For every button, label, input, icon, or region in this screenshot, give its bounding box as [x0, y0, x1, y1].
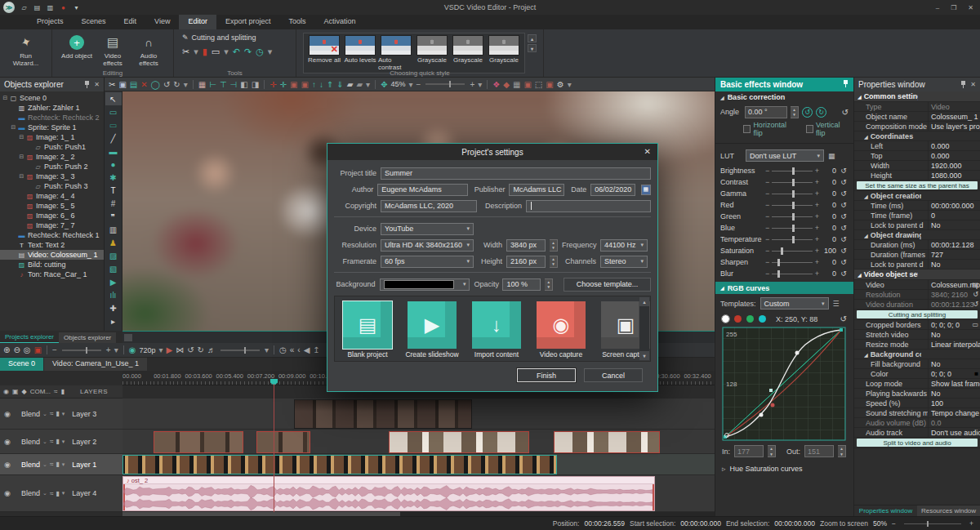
- distribute-h-icon[interactable]: ◧: [240, 80, 247, 89]
- tree-item[interactable]: ▨Image: 7_ 7: [0, 220, 104, 230]
- gear-caret-icon[interactable]: ▾: [568, 80, 572, 89]
- property-row[interactable]: Video object settings: [854, 269, 980, 280]
- slider-plus-icon[interactable]: +: [815, 247, 819, 255]
- layer-visibility-icon[interactable]: ◉: [2, 410, 12, 418]
- layer-visibility-icon[interactable]: ◉: [2, 489, 12, 497]
- distribute-v-icon[interactable]: ◨: [252, 80, 259, 89]
- property-row[interactable]: Time (ms) 00:00:00.000: [854, 201, 980, 211]
- blend-mode-select[interactable]: Blend: [21, 489, 40, 497]
- audio-column-icon[interactable]: ≈: [54, 388, 57, 395]
- property-row[interactable]: Width 1920.000: [854, 161, 980, 171]
- slider-minus-icon[interactable]: −: [765, 258, 769, 266]
- counter-tool-icon[interactable]: #: [105, 197, 122, 210]
- property-row[interactable]: Coordinates: [854, 131, 980, 141]
- image-object-icon[interactable]: ▨: [105, 249, 122, 262]
- slider-minus-icon[interactable]: −: [765, 178, 769, 186]
- slider-track[interactable]: [772, 274, 812, 274]
- tree-item-video-colosseum[interactable]: ▤Video: Colosseum_ 1: [0, 250, 104, 260]
- preview-quality-label[interactable]: 720p: [139, 346, 155, 354]
- delete-fragment-icon[interactable]: ▮: [203, 47, 207, 57]
- property-row[interactable]: Duration (frames 727: [854, 250, 980, 260]
- blue-channel-dot[interactable]: [759, 315, 766, 323]
- record-icon[interactable]: ▣: [34, 345, 42, 354]
- volume-icon[interactable]: ♬: [207, 345, 216, 354]
- run-wizard-button[interactable]: ✦ Run Wizard...: [7, 32, 45, 67]
- open-project-icon[interactable]: ▤: [32, 4, 42, 11]
- property-row[interactable]: Time (frame) 0: [854, 211, 980, 220]
- property-row[interactable]: Lock to parent d No: [854, 260, 980, 269]
- template-import-content[interactable]: ↓ Import content: [467, 301, 526, 359]
- angle-spinner[interactable]: [791, 106, 799, 118]
- slider-track[interactable]: [772, 251, 812, 252]
- property-row[interactable]: Object name Colosseum_ 1: [854, 112, 980, 122]
- property-row[interactable]: Lock to parent d No: [854, 220, 980, 230]
- close-panel-icon[interactable]: ✕: [970, 81, 976, 88]
- timeline-zoom-out-icon[interactable]: ⊖: [13, 345, 20, 354]
- layer-caret-icon[interactable]: ▾: [366, 80, 370, 89]
- timeline-tracks[interactable]: ♪ ost_ 2: [122, 399, 715, 512]
- timeline-control-icon[interactable]: [47, 345, 47, 354]
- crop-icon[interactable]: ▭: [212, 47, 220, 57]
- tree-item[interactable]: ▱Push: Push 2: [0, 162, 104, 171]
- crop-caret-icon[interactable]: ▾: [224, 47, 229, 57]
- menu-tab[interactable]: View: [145, 15, 179, 29]
- slideshow-object-icon[interactable]: ▧: [105, 262, 122, 275]
- slider-plus-icon[interactable]: +: [815, 167, 819, 175]
- slider-track[interactable]: [772, 262, 812, 263]
- property-row[interactable]: Loop mode Show last frame at the: [854, 379, 980, 389]
- dialog-title-bar[interactable]: Project's settings ✕: [327, 144, 657, 160]
- date-input[interactable]: 06/02/2020: [590, 184, 635, 196]
- dialog-close-icon[interactable]: ✕: [644, 147, 651, 156]
- device-select[interactable]: YouTube: [381, 223, 474, 235]
- slider-minus-icon[interactable]: −: [765, 224, 769, 232]
- menu-tab[interactable]: Activation: [314, 15, 364, 29]
- grid-toggle-icon[interactable]: ▦: [513, 80, 520, 89]
- slider-reset-icon[interactable]: ↺: [839, 224, 849, 232]
- move-down-icon[interactable]: ↓: [319, 80, 323, 89]
- scene-object-icon[interactable]: ▭: [105, 105, 122, 118]
- quickbar-caret-icon[interactable]: ▾: [71, 4, 82, 11]
- frame-crop-icon[interactable]: ▣: [301, 80, 308, 89]
- choose-template-button[interactable]: Choose template...: [564, 278, 651, 292]
- property-row[interactable]: Object drawing duration: [854, 230, 980, 240]
- video-effects-button[interactable]: ▤ Video effects: [95, 32, 131, 67]
- frequency-select[interactable]: 44100 Hz: [600, 239, 648, 252]
- slider-track[interactable]: [772, 194, 812, 194]
- lut-file-icon[interactable]: ▦: [828, 152, 835, 160]
- pan-icon[interactable]: ✥: [381, 80, 387, 89]
- layer-down-icon[interactable]: ▰: [356, 80, 363, 89]
- menu-tab[interactable]: Scenes: [73, 15, 115, 29]
- property-row[interactable]: Playing backwards No: [854, 389, 980, 399]
- angle-input[interactable]: 0.00 °: [745, 106, 787, 118]
- timeline-clip[interactable]: [256, 431, 310, 453]
- zoom-out-icon[interactable]: −: [416, 80, 421, 89]
- slider-reset-icon[interactable]: ↺: [839, 235, 849, 243]
- layer-audio-icon[interactable]: ≈: [50, 490, 53, 497]
- property-row[interactable]: Top 0.000: [854, 151, 980, 161]
- horizontal-flip-checkbox[interactable]: Horizontal flip: [743, 121, 795, 137]
- rotate-right-icon[interactable]: ↷: [244, 47, 252, 57]
- layer-row[interactable]: ◉ Blend ⌄ ≈ ▮ ▾ Layer 3: [0, 399, 122, 430]
- step-back-icon[interactable]: ◀: [304, 345, 310, 354]
- chart-tool-icon[interactable]: ▥: [105, 223, 122, 236]
- property-row[interactable]: Sound stretching m Tempo change: [854, 408, 980, 418]
- property-row[interactable]: Resolution 3840; 2160↺: [854, 290, 980, 300]
- add-object-button[interactable]: + Add object: [59, 32, 95, 60]
- tab-scene-0[interactable]: Scene 0: [0, 358, 43, 371]
- layer-visibility-icon[interactable]: ◉: [2, 461, 12, 469]
- slider-plus-icon[interactable]: +: [815, 201, 819, 209]
- text-tool-icon[interactable]: T: [105, 184, 122, 197]
- vertical-flip-checkbox[interactable]: Vertical flip: [806, 121, 849, 137]
- pin-icon[interactable]: [960, 81, 966, 88]
- deselect-icon[interactable]: ◯: [151, 80, 160, 89]
- timeline-clip[interactable]: [389, 431, 529, 453]
- preview-restart-icon[interactable]: ↺: [187, 345, 194, 354]
- paste-icon[interactable]: ▤: [130, 80, 137, 89]
- slider-minus-icon[interactable]: −: [765, 212, 769, 220]
- property-row[interactable]: Audio volume (dB) 0.0: [854, 418, 980, 428]
- tree-item[interactable]: ⊟▨Image: 3_ 3: [0, 171, 104, 181]
- property-row[interactable]: Set the same size as the parent has: [854, 180, 980, 191]
- align-left-icon[interactable]: ⊢: [209, 80, 216, 89]
- tab-properties-window[interactable]: Properties window: [854, 506, 917, 516]
- go-start-icon[interactable]: «: [290, 345, 295, 354]
